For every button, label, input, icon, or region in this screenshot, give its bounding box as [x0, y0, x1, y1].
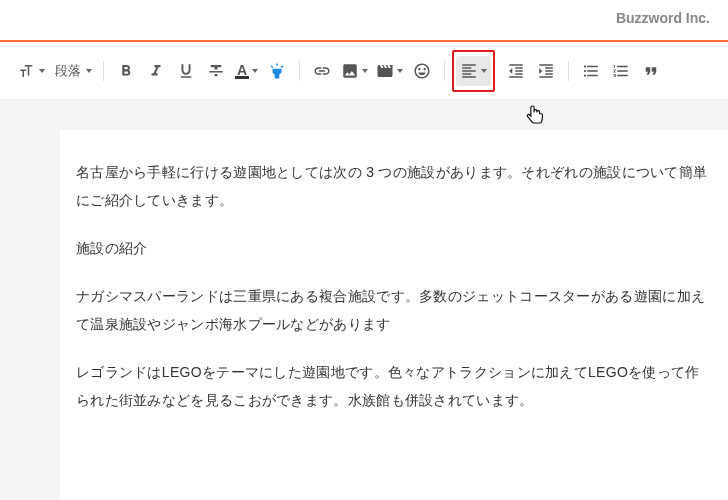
brand-label: Buzzword Inc. — [616, 10, 710, 26]
paragraph[interactable]: レゴランドはLEGOをテーマにした遊園地です。色々なアトラクションに加えてLEG… — [76, 358, 712, 414]
caret-icon — [39, 69, 45, 73]
toolbar: 段落 A — [0, 42, 728, 100]
font-size-button[interactable] — [14, 56, 49, 86]
caret-icon — [252, 69, 258, 73]
bullet-list-icon — [582, 62, 600, 80]
italic-button[interactable] — [141, 56, 171, 86]
separator — [444, 61, 445, 81]
image-icon — [341, 62, 359, 80]
highlight-button[interactable] — [262, 56, 292, 86]
outdent-icon — [507, 62, 525, 80]
link-button[interactable] — [307, 56, 337, 86]
paragraph-style-button[interactable]: 段落 — [49, 56, 96, 86]
number-list-icon — [612, 62, 630, 80]
indent-increase-button[interactable] — [531, 56, 561, 86]
editor-canvas: 名古屋から手軽に行ける遊園地としては次の 3 つの施設があります。それぞれの施設… — [0, 100, 728, 500]
video-icon — [376, 62, 394, 80]
bold-icon — [117, 62, 135, 80]
font-size-icon — [18, 62, 36, 80]
font-color-icon: A — [235, 63, 249, 79]
caret-icon — [362, 69, 368, 73]
separator — [103, 61, 104, 81]
image-button[interactable] — [337, 56, 372, 86]
unordered-list-button[interactable] — [576, 56, 606, 86]
ordered-list-button[interactable] — [606, 56, 636, 86]
emoji-icon — [413, 62, 431, 80]
font-color-button[interactable]: A — [231, 56, 262, 86]
indent-decrease-button[interactable] — [501, 56, 531, 86]
indent-icon — [537, 62, 555, 80]
paragraph[interactable]: 施設の紹介 — [76, 234, 712, 262]
paragraph-label: 段落 — [53, 62, 83, 80]
underline-icon — [177, 62, 195, 80]
caret-icon — [397, 69, 403, 73]
document-page[interactable]: 名古屋から手軽に行ける遊園地としては次の 3 つの施設があります。それぞれの施設… — [60, 130, 728, 500]
emoji-button[interactable] — [407, 56, 437, 86]
underline-button[interactable] — [171, 56, 201, 86]
highlight-icon — [268, 62, 286, 80]
align-button[interactable] — [456, 56, 491, 86]
italic-icon — [147, 62, 165, 80]
caret-icon — [86, 69, 92, 73]
align-highlight — [452, 50, 495, 92]
align-left-icon — [460, 62, 478, 80]
video-button[interactable] — [372, 56, 407, 86]
strikethrough-icon — [207, 62, 225, 80]
strikethrough-button[interactable] — [201, 56, 231, 86]
separator — [568, 61, 569, 81]
paragraph[interactable]: 名古屋から手軽に行ける遊園地としては次の 3 つの施設があります。それぞれの施設… — [76, 158, 712, 214]
separator — [299, 61, 300, 81]
quote-icon — [642, 62, 660, 80]
header: Buzzword Inc. — [0, 0, 728, 36]
bold-button[interactable] — [111, 56, 141, 86]
quote-button[interactable] — [636, 56, 666, 86]
link-icon — [313, 62, 331, 80]
caret-icon — [481, 69, 487, 73]
paragraph[interactable]: ナガシマスパーランドは三重県にある複合施設です。多数のジェットコースターがある遊… — [76, 282, 712, 338]
